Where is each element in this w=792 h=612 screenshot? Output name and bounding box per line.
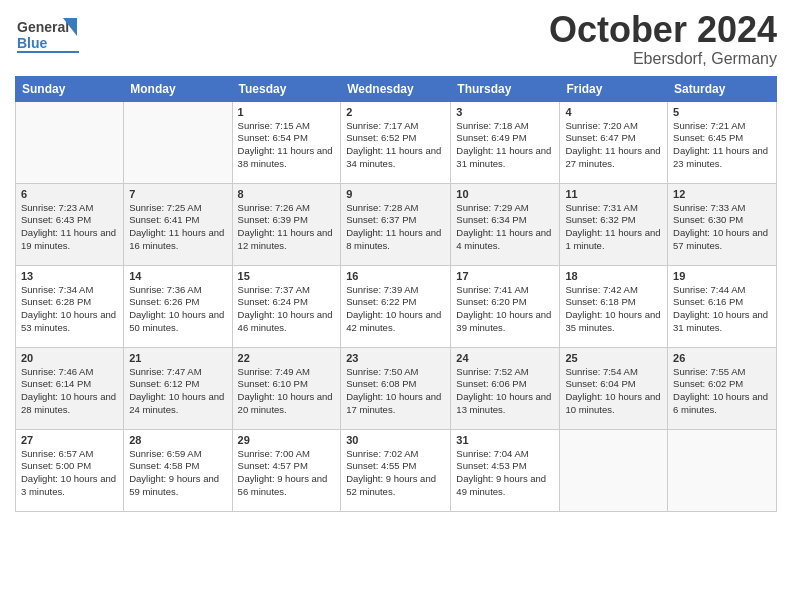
day-number: 15 — [238, 270, 336, 282]
day-number: 31 — [456, 434, 554, 446]
day-number: 17 — [456, 270, 554, 282]
calendar-table: SundayMondayTuesdayWednesdayThursdayFrid… — [15, 76, 777, 512]
day-number: 20 — [21, 352, 118, 364]
calendar-cell: 8Sunrise: 7:26 AMSunset: 6:39 PMDaylight… — [232, 183, 341, 265]
day-info: Sunrise: 7:36 AMSunset: 6:26 PMDaylight:… — [129, 284, 226, 335]
day-number: 25 — [565, 352, 662, 364]
day-info: Sunrise: 7:28 AMSunset: 6:37 PMDaylight:… — [346, 202, 445, 253]
calendar-cell: 21Sunrise: 7:47 AMSunset: 6:12 PMDayligh… — [124, 347, 232, 429]
day-number: 27 — [21, 434, 118, 446]
calendar-cell: 14Sunrise: 7:36 AMSunset: 6:26 PMDayligh… — [124, 265, 232, 347]
weekday-header-tuesday: Tuesday — [232, 76, 341, 101]
day-number: 29 — [238, 434, 336, 446]
day-info: Sunrise: 7:02 AMSunset: 4:55 PMDaylight:… — [346, 448, 445, 499]
weekday-header-monday: Monday — [124, 76, 232, 101]
day-number: 30 — [346, 434, 445, 446]
calendar-cell: 24Sunrise: 7:52 AMSunset: 6:06 PMDayligh… — [451, 347, 560, 429]
calendar-cell: 6Sunrise: 7:23 AMSunset: 6:43 PMDaylight… — [16, 183, 124, 265]
day-number: 10 — [456, 188, 554, 200]
logo-icon: General Blue — [15, 10, 83, 62]
calendar-cell: 22Sunrise: 7:49 AMSunset: 6:10 PMDayligh… — [232, 347, 341, 429]
calendar-cell: 18Sunrise: 7:42 AMSunset: 6:18 PMDayligh… — [560, 265, 668, 347]
title-area: October 2024 Ebersdorf, Germany — [549, 10, 777, 68]
calendar-cell: 26Sunrise: 7:55 AMSunset: 6:02 PMDayligh… — [668, 347, 777, 429]
day-number: 14 — [129, 270, 226, 282]
weekday-header-wednesday: Wednesday — [341, 76, 451, 101]
day-info: Sunrise: 7:18 AMSunset: 6:49 PMDaylight:… — [456, 120, 554, 171]
calendar-subtitle: Ebersdorf, Germany — [549, 50, 777, 68]
day-info: Sunrise: 7:44 AMSunset: 6:16 PMDaylight:… — [673, 284, 771, 335]
calendar-cell: 2Sunrise: 7:17 AMSunset: 6:52 PMDaylight… — [341, 101, 451, 183]
calendar-cell: 11Sunrise: 7:31 AMSunset: 6:32 PMDayligh… — [560, 183, 668, 265]
day-info: Sunrise: 7:49 AMSunset: 6:10 PMDaylight:… — [238, 366, 336, 417]
day-info: Sunrise: 7:20 AMSunset: 6:47 PMDaylight:… — [565, 120, 662, 171]
calendar-cell: 3Sunrise: 7:18 AMSunset: 6:49 PMDaylight… — [451, 101, 560, 183]
day-info: Sunrise: 7:04 AMSunset: 4:53 PMDaylight:… — [456, 448, 554, 499]
calendar-page: General Blue October 2024 Ebersdorf, Ger… — [0, 0, 792, 612]
day-info: Sunrise: 7:29 AMSunset: 6:34 PMDaylight:… — [456, 202, 554, 253]
calendar-cell — [124, 101, 232, 183]
calendar-cell: 15Sunrise: 7:37 AMSunset: 6:24 PMDayligh… — [232, 265, 341, 347]
calendar-cell: 9Sunrise: 7:28 AMSunset: 6:37 PMDaylight… — [341, 183, 451, 265]
svg-text:General: General — [17, 19, 69, 35]
calendar-cell: 29Sunrise: 7:00 AMSunset: 4:57 PMDayligh… — [232, 429, 341, 511]
day-number: 12 — [673, 188, 771, 200]
day-number: 28 — [129, 434, 226, 446]
calendar-title: October 2024 — [549, 10, 777, 50]
day-info: Sunrise: 6:59 AMSunset: 4:58 PMDaylight:… — [129, 448, 226, 499]
calendar-cell: 28Sunrise: 6:59 AMSunset: 4:58 PMDayligh… — [124, 429, 232, 511]
calendar-cell: 7Sunrise: 7:25 AMSunset: 6:41 PMDaylight… — [124, 183, 232, 265]
calendar-cell: 30Sunrise: 7:02 AMSunset: 4:55 PMDayligh… — [341, 429, 451, 511]
weekday-header-row: SundayMondayTuesdayWednesdayThursdayFrid… — [16, 76, 777, 101]
calendar-cell: 25Sunrise: 7:54 AMSunset: 6:04 PMDayligh… — [560, 347, 668, 429]
day-number: 11 — [565, 188, 662, 200]
calendar-cell: 10Sunrise: 7:29 AMSunset: 6:34 PMDayligh… — [451, 183, 560, 265]
day-number: 5 — [673, 106, 771, 118]
day-info: Sunrise: 7:33 AMSunset: 6:30 PMDaylight:… — [673, 202, 771, 253]
day-info: Sunrise: 7:37 AMSunset: 6:24 PMDaylight:… — [238, 284, 336, 335]
weekday-header-friday: Friday — [560, 76, 668, 101]
calendar-cell: 1Sunrise: 7:15 AMSunset: 6:54 PMDaylight… — [232, 101, 341, 183]
day-number: 21 — [129, 352, 226, 364]
day-info: Sunrise: 7:17 AMSunset: 6:52 PMDaylight:… — [346, 120, 445, 171]
day-number: 9 — [346, 188, 445, 200]
day-info: Sunrise: 7:15 AMSunset: 6:54 PMDaylight:… — [238, 120, 336, 171]
calendar-cell: 31Sunrise: 7:04 AMSunset: 4:53 PMDayligh… — [451, 429, 560, 511]
svg-rect-3 — [17, 51, 79, 53]
calendar-cell: 16Sunrise: 7:39 AMSunset: 6:22 PMDayligh… — [341, 265, 451, 347]
calendar-cell — [16, 101, 124, 183]
day-number: 24 — [456, 352, 554, 364]
calendar-cell: 4Sunrise: 7:20 AMSunset: 6:47 PMDaylight… — [560, 101, 668, 183]
weekday-header-sunday: Sunday — [16, 76, 124, 101]
weekday-header-saturday: Saturday — [668, 76, 777, 101]
calendar-cell — [560, 429, 668, 511]
week-row-3: 13Sunrise: 7:34 AMSunset: 6:28 PMDayligh… — [16, 265, 777, 347]
day-number: 19 — [673, 270, 771, 282]
calendar-cell: 13Sunrise: 7:34 AMSunset: 6:28 PMDayligh… — [16, 265, 124, 347]
logo: General Blue — [15, 10, 83, 62]
calendar-cell: 17Sunrise: 7:41 AMSunset: 6:20 PMDayligh… — [451, 265, 560, 347]
day-number: 6 — [21, 188, 118, 200]
day-number: 13 — [21, 270, 118, 282]
day-number: 26 — [673, 352, 771, 364]
day-info: Sunrise: 7:54 AMSunset: 6:04 PMDaylight:… — [565, 366, 662, 417]
day-info: Sunrise: 7:21 AMSunset: 6:45 PMDaylight:… — [673, 120, 771, 171]
day-number: 8 — [238, 188, 336, 200]
day-info: Sunrise: 7:25 AMSunset: 6:41 PMDaylight:… — [129, 202, 226, 253]
day-info: Sunrise: 7:55 AMSunset: 6:02 PMDaylight:… — [673, 366, 771, 417]
weekday-header-thursday: Thursday — [451, 76, 560, 101]
week-row-1: 1Sunrise: 7:15 AMSunset: 6:54 PMDaylight… — [16, 101, 777, 183]
day-number: 3 — [456, 106, 554, 118]
week-row-4: 20Sunrise: 7:46 AMSunset: 6:14 PMDayligh… — [16, 347, 777, 429]
day-info: Sunrise: 7:41 AMSunset: 6:20 PMDaylight:… — [456, 284, 554, 335]
day-info: Sunrise: 7:34 AMSunset: 6:28 PMDaylight:… — [21, 284, 118, 335]
day-number: 22 — [238, 352, 336, 364]
calendar-cell: 12Sunrise: 7:33 AMSunset: 6:30 PMDayligh… — [668, 183, 777, 265]
day-number: 4 — [565, 106, 662, 118]
day-info: Sunrise: 7:42 AMSunset: 6:18 PMDaylight:… — [565, 284, 662, 335]
day-number: 7 — [129, 188, 226, 200]
calendar-cell: 19Sunrise: 7:44 AMSunset: 6:16 PMDayligh… — [668, 265, 777, 347]
day-info: Sunrise: 6:57 AMSunset: 5:00 PMDaylight:… — [21, 448, 118, 499]
week-row-2: 6Sunrise: 7:23 AMSunset: 6:43 PMDaylight… — [16, 183, 777, 265]
day-info: Sunrise: 7:26 AMSunset: 6:39 PMDaylight:… — [238, 202, 336, 253]
